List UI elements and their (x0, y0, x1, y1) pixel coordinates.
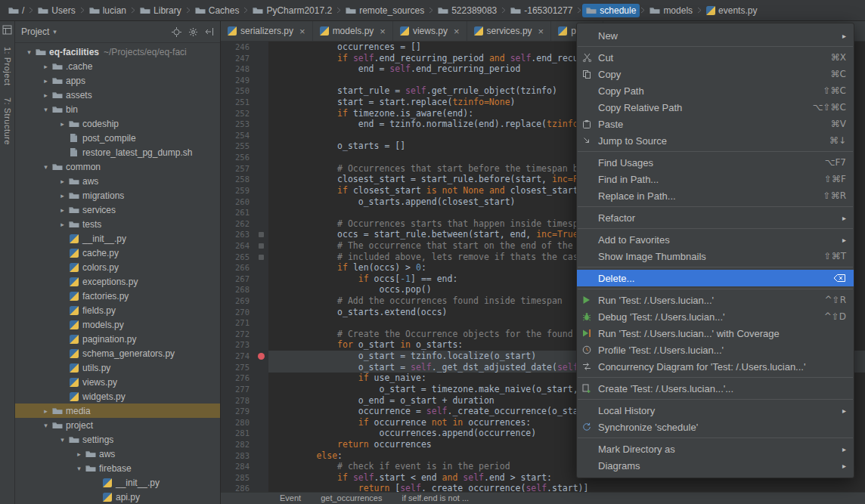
menu-item[interactable]: Show Image Thumbnails⇧⌘T (577, 248, 854, 264)
menu-item[interactable]: Synchronize 'schedule' (577, 419, 854, 435)
tree-row[interactable]: ▸apps (15, 73, 220, 88)
breadcrumb-segment[interactable]: get_occurrences (321, 493, 382, 504)
tab-close-icon[interactable]: × (299, 26, 305, 36)
menu-item[interactable]: Concurrency Diagram for 'Test: /.Users.l… (577, 358, 854, 375)
line-number[interactable]: 282 (221, 439, 256, 450)
tree-row[interactable]: ▸assets (15, 88, 220, 102)
tree-row[interactable]: exceptions.py (15, 274, 220, 289)
breadcrumb-item[interactable]: Users (34, 4, 79, 17)
menu-item[interactable]: Copy Relative Path⌥⇧⌘C (577, 99, 854, 116)
line-number[interactable]: 281 (221, 428, 256, 439)
tab-close-icon[interactable]: × (380, 26, 386, 36)
menu-item[interactable]: Run 'Test: /.Users.lucian...'^⇧R (577, 292, 854, 308)
line-number[interactable]: 279 (221, 406, 256, 417)
menu-item[interactable]: Find in Path...⇧⌘F (577, 171, 854, 187)
line-number[interactable]: 257 (221, 163, 256, 175)
tree-row[interactable]: ▾common (15, 159, 220, 174)
tree-row[interactable]: ▸aws (15, 447, 220, 461)
line-number[interactable]: 262 (221, 218, 256, 230)
tree-row[interactable]: ▸codeship (15, 116, 220, 131)
tree-row[interactable]: ▸media (15, 404, 220, 418)
menu-item[interactable]: Debug 'Test: /.Users.lucian...'^⇧D (577, 308, 854, 325)
line-number[interactable]: 280 (221, 417, 256, 428)
menu-item[interactable]: Add to Favorites▸ (577, 231, 854, 248)
tree-row[interactable]: pagination.py (15, 332, 220, 346)
editor-tab[interactable]: views.py× (393, 21, 467, 41)
editor-tab[interactable]: serializers.py× (221, 21, 313, 41)
menu-item[interactable]: Replace in Path...⇧⌘R (577, 187, 854, 204)
line-number[interactable]: 254 (221, 130, 256, 141)
line-number[interactable]: 284 (221, 461, 256, 472)
breadcrumb-item[interactable]: / (5, 4, 28, 17)
line-number[interactable]: 269 (221, 295, 256, 307)
breadcrumb-item[interactable]: PyCharm2017.2 (249, 4, 336, 17)
menu-item[interactable]: Profile 'Test: /.Users.lucian...' (577, 342, 854, 358)
editor-tab[interactable]: models.py× (313, 21, 393, 41)
tree-row[interactable]: utils.py (15, 360, 220, 375)
tool-windows-icon[interactable] (2, 25, 12, 35)
breadcrumb-segment[interactable]: if self.end is not ... (401, 493, 469, 504)
tree-row[interactable]: factories.py (15, 289, 220, 303)
breadcrumb-item[interactable]: events.py (702, 4, 761, 17)
line-number[interactable]: 273 (221, 339, 256, 351)
menu-item[interactable]: Find Usages⌥F7 (577, 154, 854, 171)
structure-tool-button[interactable]: 7: Structure (3, 97, 12, 145)
tab-close-icon[interactable]: × (538, 26, 544, 36)
line-number[interactable]: 258 (221, 174, 256, 185)
gear-icon[interactable] (188, 27, 198, 37)
line-number[interactable]: 263 (221, 229, 256, 240)
menu-item[interactable]: Paste⌘V (577, 116, 854, 132)
menu-item[interactable]: Run 'Test: /.Users.lucian...' with Cover… (577, 325, 854, 342)
line-number[interactable]: 253 (221, 119, 256, 130)
menu-item[interactable]: Jump to Source⌘↓ (577, 132, 854, 149)
menu-item[interactable]: Delete... (577, 270, 854, 286)
line-number[interactable]: 278 (221, 395, 256, 407)
tree-row[interactable]: colors.py (15, 260, 220, 274)
tab-close-icon[interactable]: × (454, 26, 460, 36)
line-number[interactable]: 265 (221, 252, 256, 263)
breadcrumb-item[interactable]: 522389083 (434, 4, 501, 17)
menu-item[interactable]: New▸ (577, 27, 854, 44)
menu-item[interactable]: Local History▸ (577, 402, 854, 419)
line-number[interactable]: 285 (221, 472, 256, 484)
tree-row[interactable]: __init__.py (15, 231, 220, 246)
line-number[interactable]: 261 (221, 207, 256, 218)
breadcrumb-item[interactable]: Caches (191, 4, 243, 17)
tree-row[interactable]: models.py (15, 317, 220, 332)
editor-tab[interactable]: services.py× (467, 21, 552, 41)
breadcrumb-item[interactable]: lucian (85, 4, 130, 17)
line-number[interactable]: 249 (221, 75, 256, 86)
line-number[interactable]: 252 (221, 108, 256, 119)
line-number[interactable]: 248 (221, 63, 256, 75)
tree-row[interactable]: ▾settings (15, 432, 220, 447)
line-number[interactable]: 264 (221, 240, 256, 252)
menu-item[interactable]: Cut⌘X (577, 49, 854, 66)
tree-row[interactable]: ▾firebase (15, 461, 220, 475)
breadcrumb-segment[interactable]: Event (280, 493, 301, 504)
tree-row[interactable]: ▸services (15, 203, 220, 217)
hide-panel-icon[interactable] (205, 27, 214, 36)
breadcrumb-item[interactable]: Library (136, 4, 185, 17)
line-number[interactable]: 251 (221, 97, 256, 108)
line-number[interactable]: 250 (221, 85, 256, 97)
tree-row[interactable]: views.py (15, 375, 220, 389)
line-number[interactable]: 277 (221, 384, 256, 395)
tree-row[interactable]: __init__.py (15, 475, 220, 490)
breadcrumb-item[interactable]: -165301277 (507, 4, 576, 17)
code-text[interactable]: return [self._create_occurrence(self.sta… (268, 483, 865, 492)
line-number[interactable]: 259 (221, 185, 256, 196)
line-number[interactable]: 246 (221, 42, 256, 53)
breadcrumb-item[interactable]: models (646, 4, 696, 17)
tree-row[interactable]: ▾bin (15, 102, 220, 116)
tree-row[interactable]: widgets.py (15, 389, 220, 404)
tree-row[interactable]: ▸.cache (15, 59, 220, 73)
breadcrumb-item[interactable]: schedule (582, 4, 640, 17)
line-number[interactable]: 272 (221, 329, 256, 340)
menu-item[interactable]: Diagrams▸ (577, 457, 854, 474)
line-number[interactable]: 276 (221, 373, 256, 384)
tree-row[interactable]: ▸tests (15, 217, 220, 231)
line-number[interactable]: 268 (221, 284, 256, 295)
tree-row[interactable]: api.py (15, 490, 220, 504)
menu-item[interactable]: Create 'Test: /.Users.lucian...'... (577, 380, 854, 397)
menu-item[interactable]: Copy⌘C (577, 66, 854, 82)
